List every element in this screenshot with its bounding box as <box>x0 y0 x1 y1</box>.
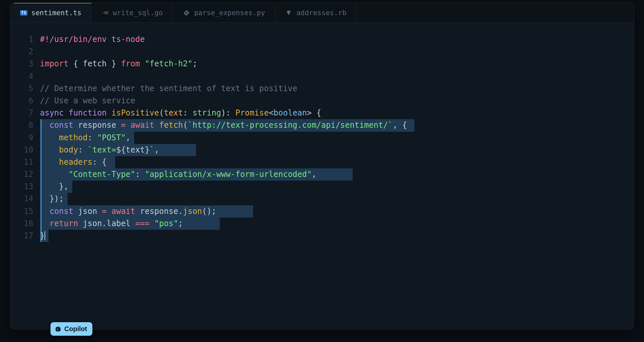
code-content[interactable]: #!/usr/bin/env ts-node import { fetch } … <box>40 33 634 321</box>
line-number: 11 <box>10 156 33 168</box>
code-line: headers: { <box>40 156 634 168</box>
code-line: const response = await fetch(`http://tex… <box>40 119 634 131</box>
tab-label: write_sql.go <box>113 9 163 17</box>
line-number: 10 <box>10 144 33 156</box>
copilot-label: Copilot <box>64 325 87 333</box>
code-line <box>40 70 634 83</box>
code-line: const json = await response.json(); <box>40 205 634 218</box>
code-line <box>40 46 634 58</box>
line-number: 17 <box>10 230 33 242</box>
tab-label: addresses.rb <box>296 9 346 17</box>
tab-label: parse_expenses.py <box>194 9 265 17</box>
ruby-icon <box>285 10 292 16</box>
code-line: return json.label === "pos"; <box>40 218 634 230</box>
code-area[interactable]: 1 2 3 4 5 6 7 8 9 10 11 12 13 14 15 16 1… <box>10 23 634 329</box>
code-line: // Use a web service <box>40 95 634 107</box>
tab-bar: TS sentiment.ts -GO write_sql.go parse_e… <box>10 3 634 23</box>
line-number: 2 <box>10 46 33 58</box>
line-number: 1 <box>10 33 33 46</box>
line-number: 15 <box>10 205 33 218</box>
code-line: async function isPositive(text: string):… <box>40 107 634 119</box>
code-line: "Content-Type": "application/x-www-form-… <box>40 168 634 181</box>
line-number: 12 <box>10 168 33 181</box>
tab-write-sql-go[interactable]: -GO write_sql.go <box>92 3 173 22</box>
code-line: }, <box>40 181 634 193</box>
line-number: 3 <box>10 58 33 70</box>
python-icon <box>183 10 190 16</box>
text-cursor <box>45 231 45 240</box>
tab-parse-expenses-py[interactable]: parse_expenses.py <box>173 3 275 22</box>
line-number: 4 <box>10 70 33 83</box>
code-line: import { fetch } from "fetch-h2"; <box>40 58 634 70</box>
code-line: // Determine whether the sentiment of te… <box>40 83 634 95</box>
typescript-icon: TS <box>20 10 27 16</box>
code-line: #!/usr/bin/env ts-node <box>40 33 634 46</box>
copilot-icon <box>54 325 62 333</box>
code-line: }); <box>40 193 634 205</box>
line-number: 8 <box>10 119 33 131</box>
line-number: 7 <box>10 107 33 119</box>
line-number: 6 <box>10 95 33 107</box>
line-number: 9 <box>10 132 33 144</box>
code-line: } <box>40 230 634 242</box>
tab-addresses-rb[interactable]: addresses.rb <box>275 3 357 22</box>
go-icon: -GO <box>102 10 109 16</box>
line-number: 16 <box>10 218 33 230</box>
code-line: method: "POST", <box>40 132 634 144</box>
editor-window: TS sentiment.ts -GO write_sql.go parse_e… <box>10 3 634 329</box>
copilot-badge[interactable]: Copilot <box>50 322 92 336</box>
tab-label: sentiment.ts <box>31 9 81 17</box>
line-number: 14 <box>10 193 33 205</box>
code-line: body: `text=${text}`, <box>40 144 634 156</box>
line-number-gutter: 1 2 3 4 5 6 7 8 9 10 11 12 13 14 15 16 1… <box>10 33 40 321</box>
line-number: 13 <box>10 181 33 193</box>
line-number: 5 <box>10 83 33 95</box>
tab-sentiment-ts[interactable]: TS sentiment.ts <box>10 3 92 22</box>
